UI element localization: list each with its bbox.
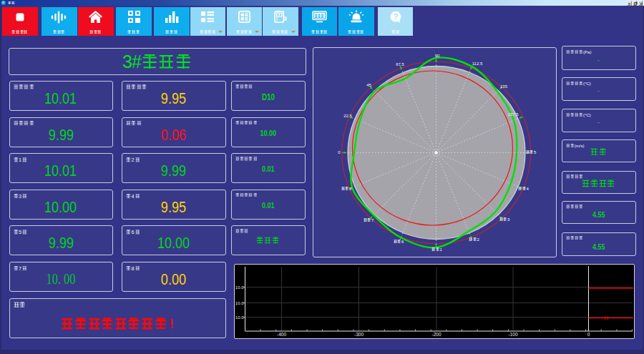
svg-text:10.0: 10.0 (235, 285, 243, 290)
svg-text:-400: -400 (276, 332, 286, 337)
svg-text:10.0: 10.0 (235, 301, 243, 305)
svg-text:?: ? (393, 11, 397, 20)
svg-text:0: 0 (587, 332, 590, 337)
svg-text:-300: -300 (353, 332, 363, 337)
svg-text:-100: -100 (508, 332, 517, 337)
svg-text:-200: -200 (431, 332, 441, 337)
svg-text:10.0: 10.0 (235, 315, 243, 320)
